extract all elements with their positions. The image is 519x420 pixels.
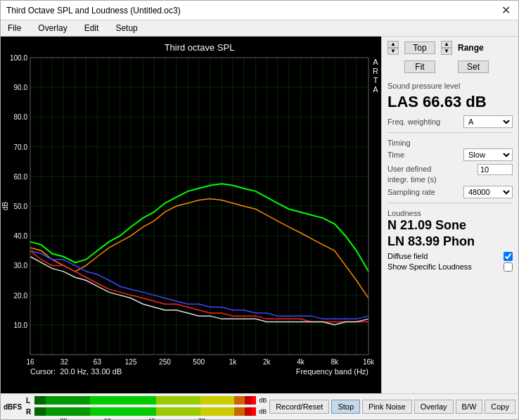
tick-minus80: -80: [58, 417, 67, 420]
menu-overlay[interactable]: Overlay: [34, 22, 71, 34]
top-up-btn[interactable]: ▲: [387, 41, 399, 48]
overlay-button[interactable]: Overlay: [414, 400, 454, 414]
title-bar: Third Octave SPL and Loudness (Untitled.…: [1, 1, 518, 20]
main-window: Third Octave SPL and Loudness (Untitled.…: [0, 0, 519, 420]
loudness-label: Loudness: [387, 209, 513, 217]
show-specific-row: Show Specific Loudness: [387, 262, 513, 272]
channel-l-label: L: [26, 397, 33, 405]
user-integr-row: User definedintegr. time (s): [387, 164, 513, 184]
freq-weighting-row: Freq. weighting A B C: [387, 115, 513, 128]
top-spin-group: ▲ ▼: [387, 41, 399, 55]
diffuse-field-checkbox[interactable]: [504, 252, 513, 261]
channel-r-label: R: [26, 408, 33, 416]
timing-label: Timing: [387, 139, 513, 147]
timing-section: Timing Time Slow Fast Impulse User defin…: [387, 132, 513, 198]
loudness-section: Loudness N 21.09 Sone LN 83.99 Phon Diff…: [387, 203, 513, 272]
pink-noise-button[interactable]: Pink Noise: [362, 400, 412, 414]
time-row: Time Slow Fast Impulse: [387, 148, 513, 161]
level-meter-area: L dB -90 -70 -50 -30 -10: [26, 396, 267, 417]
top-controls: ▲ ▼ Top ▲ ▼ Range: [387, 41, 513, 55]
close-button[interactable]: ✕: [499, 4, 513, 18]
main-content: ▲ ▼ Top ▲ ▼ Range Fit Set Sound pressure…: [1, 37, 518, 393]
menu-setup[interactable]: Setup: [111, 22, 141, 34]
record-reset-button[interactable]: Record/Reset: [269, 400, 329, 414]
menu-file[interactable]: File: [4, 22, 25, 34]
chart-canvas: [1, 37, 381, 393]
bw-button[interactable]: B/W: [456, 400, 483, 414]
range-label: Range: [458, 43, 484, 53]
user-integr-label: User definedintegr. time (s): [387, 164, 437, 184]
show-specific-label: Show Specific Loudness: [387, 262, 472, 271]
menu-bar: File Overlay Edit Setup: [1, 20, 518, 37]
range-up-btn[interactable]: ▲: [441, 41, 452, 48]
tick-minus60: -60: [102, 417, 111, 420]
menu-edit[interactable]: Edit: [80, 22, 103, 34]
stop-button[interactable]: Stop: [331, 400, 360, 414]
user-integr-input[interactable]: [478, 164, 513, 175]
meter-row-r: R dB: [26, 407, 267, 416]
copy-button[interactable]: Copy: [485, 400, 515, 414]
meter-l-unit: dB: [259, 397, 267, 404]
range-down-btn[interactable]: ▼: [441, 48, 452, 55]
sampling-rate-label: Sampling rate: [387, 188, 435, 196]
top-button[interactable]: Top: [404, 42, 435, 54]
diffuse-field-row: Diffuse field: [387, 252, 513, 261]
meter-r-unit: dB: [259, 408, 267, 415]
show-specific-checkbox[interactable]: [504, 262, 513, 272]
set-button[interactable]: Set: [458, 61, 489, 73]
tick-minus20: -20: [196, 417, 205, 420]
time-label: Time: [387, 151, 404, 159]
dbfs-label: dBFS: [4, 403, 22, 411]
fit-controls: Fit Set: [387, 61, 513, 73]
fit-button[interactable]: Fit: [404, 61, 435, 73]
time-select[interactable]: Slow Fast Impulse: [463, 148, 513, 161]
meter-track-l: [34, 396, 256, 405]
n-value: N 21.09 Sone: [387, 217, 513, 234]
chart-wrapper: [1, 37, 381, 393]
window-title: Third Octave SPL and Loudness (Untitled.…: [6, 6, 181, 15]
diffuse-field-label: Diffuse field: [387, 252, 428, 260]
freq-weighting-label: Freq. weighting: [387, 117, 440, 126]
freq-weighting-select[interactable]: A B C: [463, 115, 513, 128]
spl-value: LAS 66.63 dB: [387, 93, 513, 111]
sampling-rate-select[interactable]: 44100 48000 96000: [463, 186, 513, 198]
tick-minus40: -40: [146, 417, 155, 420]
top-down-btn[interactable]: ▼: [387, 48, 399, 55]
right-panel: ▲ ▼ Top ▲ ▼ Range Fit Set Sound pressure…: [381, 37, 518, 393]
meter-row-l: L dB: [26, 396, 267, 405]
ln-value: LN 83.99 Phon: [387, 234, 513, 250]
bottom-bar: dBFS L dB -90 -70: [1, 393, 518, 419]
range-spin-group: ▲ ▼: [441, 41, 452, 55]
meter-track-r: [34, 407, 256, 416]
spl-section-label: Sound pressure level: [387, 82, 513, 90]
sampling-rate-row: Sampling rate 44100 48000 96000: [387, 186, 513, 198]
bottom-buttons: Record/Reset Stop Pink Noise Overlay B/W…: [269, 400, 515, 414]
